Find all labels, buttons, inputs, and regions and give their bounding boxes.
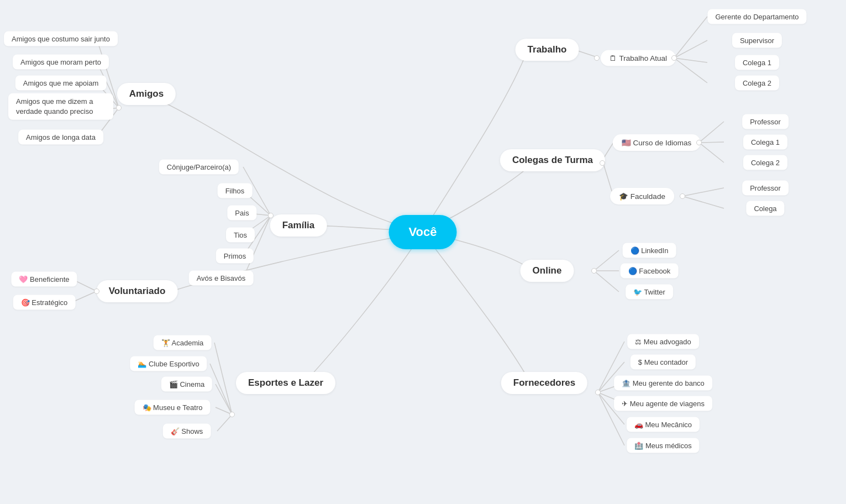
dot-trabalho-atual	[671, 55, 677, 61]
leaf-esp-3: 🎬 Cinema	[161, 377, 212, 392]
leaf-forn-2: $ Meu contador	[630, 355, 696, 370]
svg-line-10	[243, 216, 271, 278]
svg-line-25	[699, 122, 724, 143]
dot-colegas	[600, 160, 605, 166]
svg-line-28	[682, 188, 724, 196]
dot-familia	[268, 213, 274, 218]
dot-esportes	[229, 412, 235, 417]
svg-line-32	[594, 271, 619, 292]
leaf-fac-2: Colega	[746, 201, 784, 216]
branch-esportes: Esportes e Lazer	[236, 372, 335, 394]
svg-line-15	[216, 384, 232, 414]
leaf-esp-4: 🎭 Museu e Teatro	[135, 400, 211, 415]
leaf-col-1: Professor	[742, 114, 789, 129]
leaf-trab-2: Supervisor	[732, 33, 782, 48]
leaf-amigos-2: Amigos que moram perto	[13, 55, 109, 70]
branch-online: Online	[521, 260, 574, 282]
leaf-familia-4: Tios	[226, 228, 255, 243]
branch-amigos: Amigos	[117, 83, 176, 105]
leaf-forn-5: 🚗 Meu Mecânico	[627, 417, 700, 432]
svg-line-29	[682, 196, 724, 208]
branch-trabalho: Trabalho	[516, 39, 579, 61]
leaf-amigos-1: Amigos que costumo sair junto	[4, 32, 118, 46]
svg-line-27	[699, 143, 724, 162]
leaf-familia-1: Cônjuge/Parceiro(a)	[159, 160, 239, 175]
connection-lines	[0, 0, 846, 504]
svg-line-22	[674, 58, 707, 83]
leaf-trab-1: Gerente do Departamento	[707, 9, 806, 24]
svg-line-30	[594, 250, 619, 271]
leaf-linkedin: 🔵 LinkedIn	[623, 243, 676, 258]
svg-line-20	[674, 40, 707, 58]
sub-trabalho-atual: 🗒 Trabalho Atual	[601, 50, 676, 66]
branch-voluntariado: Voluntariado	[97, 280, 178, 302]
leaf-amigos-3: Amigos que me apoiam	[15, 76, 107, 91]
leaf-trab-4: Colega 2	[735, 76, 779, 91]
svg-line-13	[214, 343, 232, 414]
dot-fornecedores	[595, 390, 601, 395]
svg-line-26	[699, 142, 724, 143]
leaf-esp-5: 🎸 Shows	[163, 424, 211, 439]
branch-fornecedores: Fornecedores	[501, 372, 587, 394]
leaf-vol-1: 🩷 Beneficiente	[11, 272, 77, 287]
svg-line-17	[217, 414, 232, 431]
leaf-familia-2: Filhos	[218, 183, 253, 198]
dot-online	[591, 268, 597, 274]
leaf-amigos-4: Amigos que me dizem a verdade quando pre…	[8, 93, 113, 120]
leaf-forn-3: 🏦 Meu gerente do banco	[614, 376, 712, 391]
leaf-amigos-5: Amigos de longa data	[18, 130, 103, 145]
leaf-familia-3: Pais	[227, 206, 256, 221]
dot-voluntariado	[94, 288, 99, 294]
dot-amigos	[116, 105, 122, 111]
leaf-esp-2: 🏊 Clube Esportivo	[130, 356, 207, 371]
svg-line-12	[72, 291, 97, 302]
svg-line-14	[210, 364, 232, 414]
svg-line-19	[674, 17, 707, 58]
dot-idiomas	[696, 140, 702, 145]
leaf-familia-6: Avós e Bisavós	[189, 271, 254, 286]
leaf-col-3: Colega 2	[743, 155, 787, 170]
leaf-forn-6: 🏥 Meus médicos	[627, 438, 699, 453]
leaf-familia-5: Primos	[216, 249, 254, 264]
center-node: Você	[389, 215, 457, 249]
sub-idiomas: 🇺🇸 Curso de Idiomas	[613, 134, 701, 151]
branch-colegas: Colegas de Turma	[500, 149, 605, 171]
dot-trabalho	[594, 55, 600, 61]
leaf-twitter: 🐦 Twitter	[626, 285, 673, 300]
leaf-fac-1: Professor	[742, 181, 789, 196]
leaf-esp-1: 🏋 Academia	[154, 335, 212, 350]
mind-map-canvas: Você Amigos Amigos que costumo sair junt…	[0, 0, 846, 504]
sub-faculdade: 🎓 Faculdade	[610, 188, 674, 204]
dot-faculdade	[680, 193, 685, 199]
svg-line-21	[674, 58, 707, 62]
leaf-col-2: Colega 1	[743, 135, 787, 150]
leaf-vol-2: 🎯 Estratégico	[13, 295, 76, 310]
branch-familia: Família	[270, 214, 327, 237]
leaf-trab-3: Colega 1	[735, 55, 779, 70]
leaf-forn-1: ⚖ Meu advogado	[627, 334, 699, 349]
leaf-forn-4: ✈ Meu agente de viagens	[614, 396, 712, 411]
leaf-facebook: 🔵 Facebook	[621, 264, 679, 279]
